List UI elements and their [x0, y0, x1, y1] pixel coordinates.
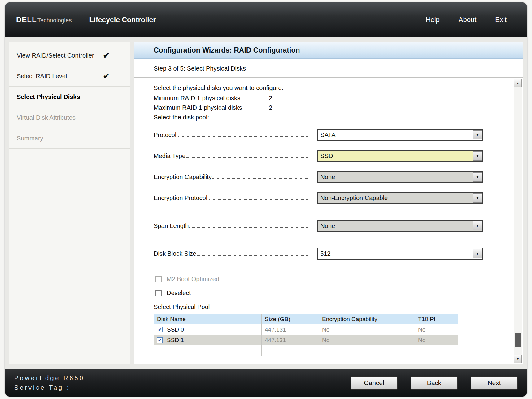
- col-header-encryption: Encryption Capability: [319, 314, 415, 324]
- deselect-checkbox[interactable]: [155, 290, 162, 296]
- sidebar-item-select-raid-level[interactable]: Select RAID Level ✔: [9, 66, 130, 87]
- media-type-value: SSD: [320, 152, 333, 160]
- m2-boot-optimized-label: M2 Boot Optimized: [167, 276, 219, 283]
- system-info: PowerEdge R650 Service Tag :: [14, 375, 85, 391]
- span-length-select[interactable]: None ▼: [317, 220, 483, 232]
- disk-block-size-label: Disk Block Size: [154, 250, 196, 257]
- sidebar-item-label: Select Physical Disks: [17, 93, 80, 101]
- step-indicator: Step 3 of 5: Select Physical Disks: [134, 59, 523, 77]
- service-tag-label: Service Tag :: [14, 384, 85, 391]
- sidebar-item-view-raid-select-controller[interactable]: View RAID/Select Controller ✔: [9, 45, 130, 66]
- chevron-down-icon[interactable]: ▼: [473, 172, 482, 182]
- disk-t10: No: [415, 335, 458, 345]
- system-model: PowerEdge R650: [14, 375, 85, 382]
- encryption-protocol-value: Non-Encryption Capable: [320, 195, 388, 202]
- disk-block-size-select[interactable]: 512 ▼: [317, 248, 483, 260]
- dell-logo-text: DELL: [16, 15, 37, 24]
- max-disks-value: 2: [269, 104, 272, 111]
- table-header-row: Disk Name Size (GB) Encryption Capabilit…: [154, 314, 458, 324]
- deselect-row: Deselect: [155, 290, 483, 297]
- m2-boot-optimized-row: M2 Boot Optimized: [155, 276, 483, 283]
- sidebar-item-label: Summary: [17, 135, 43, 142]
- app-title: Lifecycle Controller: [89, 16, 156, 24]
- m2-boot-optimized-checkbox: [155, 276, 162, 282]
- field-row-span-length: Span Length None ▼: [154, 220, 483, 232]
- chevron-down-icon[interactable]: ▼: [473, 151, 482, 161]
- back-button[interactable]: Back: [411, 376, 458, 390]
- field-row-encryption-protocol: Encryption Protocol Non-Encryption Capab…: [154, 192, 483, 204]
- wizard-steps-sidebar: View RAID/Select Controller ✔ Select RAI…: [9, 42, 130, 364]
- dell-logo-subtext: Technologies: [37, 17, 72, 24]
- sidebar-item-label: Select RAID Level: [17, 73, 67, 80]
- deselect-label: Deselect: [167, 290, 191, 297]
- chevron-down-icon[interactable]: ▼: [473, 130, 482, 139]
- col-header-size: Size (GB): [262, 314, 319, 324]
- encryption-capability-value: None: [320, 174, 335, 181]
- min-disks-value: 2: [269, 95, 272, 102]
- vertical-scrollbar[interactable]: ▲ ▼: [514, 79, 522, 363]
- app-window: DELL Technologies Lifecycle Controller H…: [5, 2, 527, 397]
- protocol-label: Protocol: [154, 131, 176, 139]
- cancel-button[interactable]: Cancel: [351, 376, 398, 390]
- button-divider: [464, 374, 464, 392]
- col-header-t10: T10 PI: [415, 314, 458, 324]
- field-row-disk-block-size: Disk Block Size 512 ▼: [154, 248, 483, 260]
- sidebar-item-label: View RAID/Select Controller: [17, 52, 94, 59]
- media-type-label: Media Type: [154, 152, 185, 160]
- chevron-down-icon[interactable]: ▼: [473, 249, 482, 258]
- table-row-ssd1[interactable]: ✔ SSD 1 447.131 No No: [154, 335, 458, 345]
- encryption-capability-label: Encryption Capability: [154, 174, 212, 181]
- protocol-select[interactable]: SATA ▼: [317, 129, 483, 141]
- dotted-leader: [208, 196, 308, 200]
- sidebar-item-select-physical-disks[interactable]: Select Physical Disks: [9, 87, 130, 107]
- sidebar-item-virtual-disk-attributes: Virtual Disk Attributes: [9, 107, 130, 128]
- sidebar-item-label: Virtual Disk Attributes: [17, 114, 76, 121]
- button-divider: [404, 374, 404, 392]
- disk-name: SSD 0: [167, 326, 184, 333]
- col-header-disk-name: Disk Name: [154, 314, 262, 324]
- disk-t10: No: [415, 324, 458, 335]
- disk-checkbox-ssd1[interactable]: ✔: [157, 337, 163, 343]
- disk-block-size-value: 512: [320, 250, 330, 257]
- dotted-leader: [197, 251, 308, 256]
- min-disks-label: Minimum RAID 1 physical disks: [154, 95, 269, 102]
- menu-item-help[interactable]: Help: [416, 16, 449, 24]
- scrollbar-thumb[interactable]: [515, 333, 521, 347]
- dotted-leader: [212, 175, 308, 179]
- max-disks-label: Maximum RAID 1 physical disks: [154, 104, 269, 111]
- disk-checkbox-ssd0[interactable]: ✔: [157, 327, 163, 332]
- chevron-down-icon[interactable]: ▼: [473, 193, 482, 203]
- field-row-protocol: Protocol SATA ▼: [154, 129, 483, 141]
- menu-item-about[interactable]: About: [449, 16, 486, 24]
- chevron-down-icon[interactable]: ▼: [473, 221, 482, 230]
- encryption-protocol-select[interactable]: Non-Encryption Capable ▼: [317, 192, 483, 204]
- wizard-content: Select the physical disks you want to co…: [134, 78, 523, 356]
- media-type-select[interactable]: SSD ▼: [317, 150, 483, 162]
- disk-encryption: No: [319, 324, 415, 335]
- menu-item-exit[interactable]: Exit: [486, 16, 516, 24]
- scroll-up-icon[interactable]: ▲: [514, 79, 522, 87]
- instruction-text: Select the physical disks you want to co…: [154, 84, 483, 92]
- check-icon: ✔: [103, 51, 110, 60]
- disk-name: SSD 1: [167, 337, 184, 344]
- header-divider: [81, 13, 81, 27]
- encryption-capability-select[interactable]: None ▼: [317, 171, 483, 183]
- field-row-media-type: Media Type SSD ▼: [154, 150, 483, 162]
- encryption-protocol-label: Encryption Protocol: [154, 195, 207, 202]
- top-menu: Help About Exit: [416, 15, 516, 25]
- sidebar-item-summary: Summary: [9, 128, 130, 149]
- span-length-value: None: [320, 222, 335, 230]
- body-area: View RAID/Select Controller ✔ Select RAI…: [5, 37, 527, 369]
- disk-pool-label: Select the disk pool:: [154, 114, 483, 121]
- scroll-down-icon[interactable]: ▼: [514, 355, 522, 363]
- disk-encryption: No: [319, 335, 415, 345]
- dell-logo: DELL Technologies: [16, 15, 72, 24]
- physical-pool-table: Disk Name Size (GB) Encryption Capabilit…: [154, 314, 458, 356]
- check-icon: ✔: [103, 71, 110, 81]
- next-button[interactable]: Next: [471, 376, 518, 390]
- dotted-leader: [177, 133, 308, 137]
- span-length-label: Span Length: [154, 222, 189, 230]
- table-row-ssd0[interactable]: ✔ SSD 0 447.131 No No: [154, 324, 458, 335]
- disk-size: 447.131: [262, 335, 319, 345]
- disk-size: 447.131: [262, 324, 319, 335]
